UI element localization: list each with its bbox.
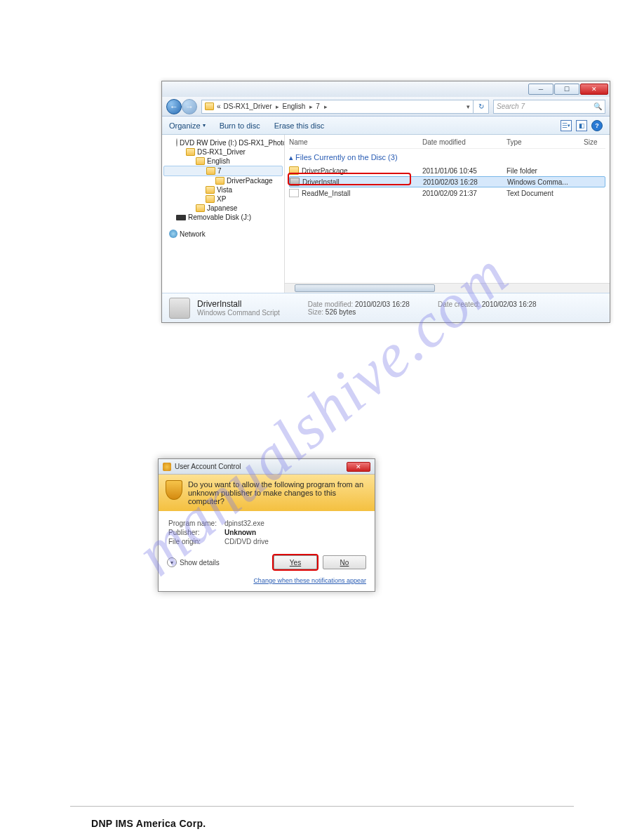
tree-item-network[interactable]: Network: [163, 229, 283, 239]
maximize-button[interactable]: ☐: [554, 84, 579, 95]
origin-value: CD/DVD drive: [224, 538, 269, 545]
details-subtitle: Windows Command Script: [197, 309, 280, 317]
organize-menu[interactable]: Organize▾: [169, 121, 206, 130]
folder-icon: [206, 186, 215, 194]
folder-icon: [186, 148, 195, 156]
file-row-selected[interactable]: DriverInstall 2010/02/03 16:28 Windows C…: [289, 176, 605, 187]
script-icon: [290, 178, 300, 186]
show-details-toggle[interactable]: ▾Show details: [167, 557, 220, 567]
program-value: dpinst32.exe: [224, 519, 264, 527]
close-button[interactable]: ✕: [580, 84, 608, 95]
col-type[interactable]: Type: [507, 138, 584, 146]
footer-company: DNP IMS America Corp.: [91, 818, 206, 829]
chevron-down-icon[interactable]: ▾: [467, 103, 470, 110]
explorer-toolbar: Organize▾ Burn to disc Erase this disc ☰…: [162, 117, 610, 135]
footer-divider: [70, 806, 574, 807]
forward-button[interactable]: →: [182, 99, 197, 114]
chevron-right-icon: ▸: [276, 103, 279, 110]
tree-item-vista[interactable]: Vista: [163, 185, 283, 194]
no-button[interactable]: No: [323, 555, 366, 569]
preview-pane-button[interactable]: ◧: [576, 120, 587, 131]
origin-label: File origin:: [168, 538, 224, 545]
search-icon: 🔍: [593, 102, 602, 110]
folder-icon: [205, 102, 214, 110]
yes-button[interactable]: Yes: [274, 555, 317, 569]
column-headers: Name Date modified Type Size: [289, 136, 605, 149]
tree-item-dvd[interactable]: DVD RW Drive (I:) DS-RX1_Photo: [163, 138, 283, 147]
refresh-icon: ↻: [478, 102, 484, 110]
col-date[interactable]: Date modified: [422, 138, 507, 146]
path-seg-1[interactable]: DS-RX1_Driver: [224, 102, 272, 110]
col-name[interactable]: Name: [289, 138, 422, 146]
address-bar: ← → « DS-RX1_Driver▸ English▸ 7▸ ▾ ↻ Sea…: [162, 97, 610, 117]
disc-icon: [176, 138, 177, 147]
tree-item-7[interactable]: 7: [163, 166, 283, 176]
shield-icon: [163, 463, 171, 471]
erase-button[interactable]: Erase this disc: [274, 121, 325, 130]
uac-title-text: User Account Control: [175, 463, 241, 470]
burn-button[interactable]: Burn to disc: [220, 121, 260, 130]
view-button[interactable]: ☰▾: [561, 120, 572, 131]
window-titlebar: ─ ☐ ✕: [162, 81, 610, 97]
uac-dialog: User Account Control ✕ Do you want to al…: [158, 458, 375, 592]
search-input[interactable]: Search 7 🔍: [493, 100, 605, 114]
chevron-down-icon: ▾: [203, 122, 206, 128]
uac-question: Do you want to allow the following progr…: [188, 480, 368, 505]
tree-item-japanese[interactable]: Japanese: [163, 204, 283, 213]
uac-titlebar: User Account Control ✕: [159, 459, 375, 475]
folder-icon: [289, 166, 299, 175]
horizontal-scrollbar[interactable]: [285, 283, 610, 293]
program-label: Program name:: [168, 519, 224, 527]
chevron-down-icon: ▾: [167, 557, 177, 567]
path-seg-2[interactable]: English: [282, 102, 305, 110]
publisher-label: Publisher:: [168, 529, 224, 536]
help-button[interactable]: ?: [591, 120, 603, 131]
folder-icon: [206, 167, 215, 175]
file-group-header[interactable]: ▴ Files Currently on the Disc (3): [289, 149, 605, 165]
text-file-icon: [289, 189, 299, 197]
file-list: Name Date modified Type Size ▴ Files Cur…: [285, 135, 610, 293]
explorer-window: ─ ☐ ✕ ← → « DS-RX1_Driver▸ English▸ 7▸ ▾…: [161, 81, 610, 323]
back-button[interactable]: ←: [166, 99, 182, 114]
network-icon: [169, 230, 177, 238]
details-pane: DriverInstall Windows Command Script Dat…: [162, 293, 610, 322]
close-button[interactable]: ✕: [347, 462, 370, 472]
uac-banner: Do you want to allow the following progr…: [159, 475, 375, 511]
scroll-thumb[interactable]: [295, 284, 435, 292]
file-row[interactable]: ReadMe_Install 2010/02/09 21:37 Text Doc…: [289, 187, 605, 199]
folder-icon: [215, 177, 224, 185]
tree-item-xp[interactable]: XP: [163, 194, 283, 204]
search-placeholder: Search 7: [497, 102, 525, 110]
path-seg-3[interactable]: 7: [316, 102, 320, 110]
tree-item-dsrx1[interactable]: DS-RX1_Driver: [163, 147, 283, 157]
tree-item-driverpackage[interactable]: DriverPackage: [163, 176, 283, 185]
folder-icon: [206, 195, 215, 203]
tree-item-removable[interactable]: Removable Disk (J:): [163, 213, 283, 222]
path-seg-root: «: [217, 102, 221, 110]
refresh-button[interactable]: ↻: [474, 100, 489, 114]
folder-tree: DVD RW Drive (I:) DS-RX1_Photo DS-RX1_Dr…: [162, 135, 285, 293]
file-type-icon: [169, 298, 190, 319]
minimize-button[interactable]: ─: [528, 84, 554, 95]
drive-icon: [176, 215, 186, 220]
publisher-value: Unknown: [224, 529, 256, 536]
file-row[interactable]: DriverPackage 2011/01/06 10:45 File fold…: [289, 165, 605, 176]
tree-item-english[interactable]: English: [163, 157, 283, 166]
details-title: DriverInstall: [197, 299, 280, 309]
shield-icon: [166, 480, 182, 500]
breadcrumb[interactable]: « DS-RX1_Driver▸ English▸ 7▸ ▾: [201, 100, 474, 114]
uac-settings-link[interactable]: Change when these notifications appear: [159, 574, 375, 591]
col-size[interactable]: Size: [584, 138, 605, 146]
folder-icon: [196, 157, 205, 165]
chevron-right-icon: ▸: [309, 103, 313, 110]
uac-details: Program name:dpinst32.exe Publisher:Unkn…: [159, 511, 375, 551]
folder-icon: [196, 204, 205, 212]
chevron-right-icon: ▸: [324, 103, 328, 110]
